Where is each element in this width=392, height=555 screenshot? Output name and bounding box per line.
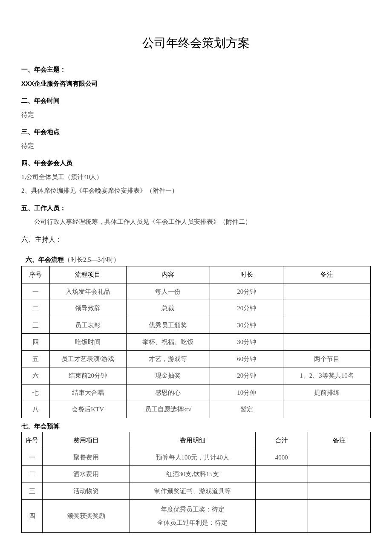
- section-3-heading: 三、年会地点: [21, 127, 371, 137]
- cell: 30分钟: [210, 334, 283, 351]
- cell: 预算每人100元，共计40人: [130, 449, 255, 466]
- cell: 每人一份: [126, 283, 210, 300]
- cell: 聚餐费用: [43, 449, 130, 466]
- cell: 两个节目: [283, 350, 371, 367]
- section-4-line1: 1,公司全体员工（预计40人）: [21, 172, 371, 182]
- budget-table: 序号 费用项目 费用明细 合汁 备注 一 聚餐费用 预算每人100元，共计40人…: [21, 432, 371, 533]
- cell: 10分仲: [210, 384, 283, 401]
- table-row: 四 吃饭时间 举杯、祝福、吃饭 30分钟: [22, 334, 371, 351]
- cell: 一: [22, 449, 43, 466]
- section-2-heading: 二、年会时间: [21, 96, 371, 106]
- cell: 八: [22, 401, 50, 418]
- cell: 员工表彰: [49, 317, 126, 334]
- cell: 四: [22, 500, 43, 533]
- cell: 20分钟: [210, 283, 283, 300]
- table-header-row: 序号 费用项目 费用明细 合汁 备注: [22, 432, 371, 449]
- cell: 一: [22, 283, 50, 300]
- cell: 20分钟: [210, 367, 283, 384]
- cell: [308, 500, 370, 533]
- cell: [283, 283, 371, 300]
- cell: 提前排练: [283, 384, 371, 401]
- flow-header-no: 序号: [22, 266, 50, 283]
- cell: 会餐后KTV: [49, 401, 126, 418]
- cell: 四: [22, 334, 50, 351]
- cell: [283, 334, 371, 351]
- cell: 吃饭时间: [49, 334, 126, 351]
- section-7-heading: 七、年会预算: [21, 422, 371, 431]
- cell: 活动物资: [43, 483, 130, 500]
- cell: 颁奖获奖奖励: [43, 500, 130, 533]
- section-6-heading-bold: 六、年会流程: [26, 256, 64, 263]
- section-5-body: 公司行政人事经理统筹，具体工作人员见《年会工作人员安排表》（附件二）: [21, 217, 371, 227]
- cell: [283, 300, 371, 317]
- cell: [308, 449, 370, 466]
- cell: 酒水费用: [43, 466, 130, 483]
- cell: 制作颁奖证书、游戏道具等: [130, 483, 255, 500]
- table-row: 七 结束大合唱 感恩的心 10分仲 提前排练: [22, 384, 371, 401]
- flow-header-duration: 时长: [210, 266, 283, 283]
- budget-header-note: 备注: [308, 432, 370, 449]
- table-row: 三 活动物资 制作颁奖证书、游戏道具等: [22, 483, 371, 500]
- table-row: 一 入场发年会礼品 每人一份 20分钟: [22, 283, 371, 300]
- cell: 员工自愿选择kt√: [126, 401, 210, 418]
- cell: 七: [22, 384, 50, 401]
- cell: 红酒30支,饮料15支: [130, 466, 255, 483]
- cell-line1: 年度优秀员工奖：待定: [133, 503, 253, 516]
- cell: 暂定: [210, 401, 283, 418]
- cell: [308, 466, 370, 483]
- budget-header-total: 合汁: [255, 432, 308, 449]
- flow-header-item: 流程项目: [49, 266, 126, 283]
- section-6-heading: 六、年会流程（时长2.5—3小时）: [26, 255, 371, 265]
- table-row: 一 聚餐费用 预算每人100元，共计40人 4000: [22, 449, 371, 466]
- cell: 年度优秀员工奖：待定 全体员工过年利是：待定: [130, 500, 255, 533]
- cell: 现金抽奖: [126, 367, 210, 384]
- section-6a-heading: 六、主持人：: [21, 234, 371, 245]
- cell: 二: [22, 466, 43, 483]
- cell: 30分钟: [210, 317, 283, 334]
- cell: [255, 483, 308, 500]
- cell: 20分钟: [210, 300, 283, 317]
- cell: 领导致辞: [49, 300, 126, 317]
- table-row: 六 结束前20分钟 现金抽奖 20分钟 1、2、3等奖共10名: [22, 367, 371, 384]
- cell: 总裁: [126, 300, 210, 317]
- cell: 感恩的心: [126, 384, 210, 401]
- cell-line2: 全体员工过年利是：待定: [133, 516, 253, 529]
- section-4-line2: 2、具体席位编排见《年会晚宴席位安排表》（附件一）: [21, 186, 371, 196]
- cell: 二: [22, 300, 50, 317]
- cell: 三: [22, 483, 43, 500]
- flow-header-content: 内容: [126, 266, 210, 283]
- cell: [255, 466, 308, 483]
- cell: [283, 401, 371, 418]
- cell: 60分钟: [210, 350, 283, 367]
- table-row: 八 会餐后KTV 员工自愿选择kt√ 暂定: [22, 401, 371, 418]
- cell: [308, 483, 370, 500]
- cell: 结束大合唱: [49, 384, 126, 401]
- cell: 入场发年会礼品: [49, 283, 126, 300]
- section-5-heading: 五、工作人员：: [21, 203, 371, 213]
- budget-header-no: 序号: [22, 432, 43, 449]
- section-3-body: 待定: [21, 141, 371, 151]
- cell: 优秀员工颁奖: [126, 317, 210, 334]
- table-row: 五 员工才艺表演\游戏 才艺，游戏等 60分钟 两个节目: [22, 350, 371, 367]
- section-6-heading-note: （时长2.5—3小时）: [64, 256, 120, 263]
- budget-header-item: 费用项目: [43, 432, 130, 449]
- cell: 六: [22, 367, 50, 384]
- table-row: 三 员工表彰 优秀员工颁奖 30分钟: [22, 317, 371, 334]
- cell: [255, 500, 308, 533]
- section-1-heading: 一、年会主题：: [21, 65, 371, 75]
- table-row: 二 领导致辞 总裁 20分钟: [22, 300, 371, 317]
- cell: 举杯、祝福、吃饭: [126, 334, 210, 351]
- section-4-heading: 四、年会参会人员: [21, 158, 371, 168]
- flow-header-note: 备注: [283, 266, 371, 283]
- budget-header-detail: 费用明细: [130, 432, 255, 449]
- flow-table: 序号 流程项目 内容 时长 备注 一 入场发年会礼品 每人一份 20分钟 二 领…: [21, 266, 371, 418]
- cell: 4000: [255, 449, 308, 466]
- cell: 才艺，游戏等: [126, 350, 210, 367]
- section-1-body: XXX企业服务咨询有限公司: [21, 79, 371, 89]
- table-row: 四 颁奖获奖奖励 年度优秀员工奖：待定 全体员工过年利是：待定: [22, 500, 371, 533]
- table-header-row: 序号 流程项目 内容 时长 备注: [22, 266, 371, 283]
- section-2-body: 待定: [21, 110, 371, 120]
- cell: 五: [22, 350, 50, 367]
- cell: [283, 317, 371, 334]
- cell: 结束前20分钟: [49, 367, 126, 384]
